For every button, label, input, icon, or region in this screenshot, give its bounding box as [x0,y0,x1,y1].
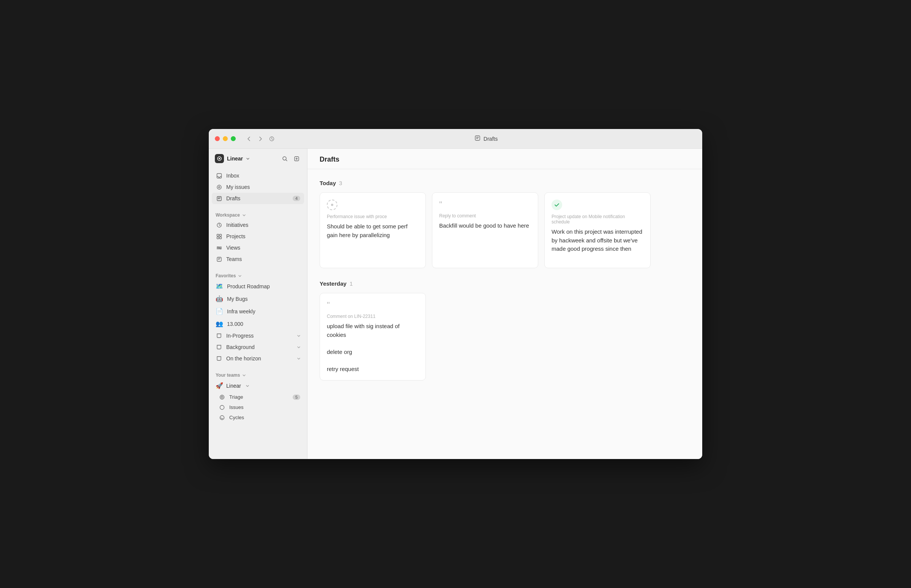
svg-point-15 [217,246,218,247]
main-content: Drafts Today 3 Performance issue with pr… [307,149,702,459]
today-cards-row: Performance issue with proce Should be a… [320,192,690,268]
sidebar-item-linear-team[interactable]: 🚀 Linear [212,380,304,392]
sidebar-item-drafts[interactable]: Drafts 4 [212,193,304,204]
infra-weekly-icon: 📄 [215,308,223,315]
draft-card-3[interactable]: Project update on Mobile notification sc… [544,192,650,268]
cycles-icon [218,415,225,420]
sidebar-item-13000[interactable]: 👥 13.000 [212,318,304,330]
card-1-subtitle: Performance issue with proce [327,214,419,219]
inbox-icon [215,173,222,179]
forward-button[interactable] [256,135,265,143]
background-icon [215,344,222,350]
svg-rect-1 [475,136,480,141]
titlebar-title: Drafts [484,136,498,142]
in-progress-icon [215,333,222,338]
search-button[interactable] [280,154,289,163]
drafts-label: Drafts [226,195,289,202]
titlebar-drafts-icon [474,135,481,142]
sidebar-item-background[interactable]: Background [212,341,304,353]
draft-card-2[interactable]: " Reply to comment Backfill would be goo… [432,192,538,268]
views-icon [215,245,222,251]
svg-rect-13 [217,237,218,239]
card-4-quote-icon: " [327,300,419,310]
card-4-subtitle: Comment on LIN-22311 [327,314,419,319]
infra-weekly-label: Infra weekly [227,309,300,315]
issues-label: Issues [229,404,244,410]
card-2-quote-icon: " [439,200,531,209]
sidebar-item-inbox[interactable]: Inbox [212,170,304,181]
in-progress-label: In-Progress [226,333,293,339]
sidebar-item-teams[interactable]: Teams [212,254,304,265]
workspace-section-header[interactable]: Workspace [212,211,304,219]
on-the-horizon-icon [215,356,222,361]
main-body: Today 3 Performance issue with proce Sho… [307,169,702,459]
background-arrow-icon [296,345,300,349]
your-teams-chevron-icon [242,373,246,377]
triage-badge: 5 [293,394,300,400]
history-button[interactable] [268,135,276,143]
svg-point-7 [217,185,221,189]
projects-icon [215,234,222,239]
sidebar-item-views[interactable]: Views [212,242,304,254]
svg-point-3 [218,158,220,159]
initiatives-icon [215,222,222,228]
titlebar: Drafts [209,129,702,149]
your-teams-section-header[interactable]: Your teams [212,371,304,380]
sidebar-item-infra-weekly[interactable]: 📄 Infra weekly [212,305,304,318]
my-bugs-icon: 🤖 [215,295,223,302]
sidebar-item-on-the-horizon[interactable]: On the horizon [212,353,304,364]
draft-card-4[interactable]: " Comment on LIN-22311 upload file with … [320,293,426,381]
workspace-section-chevron-icon [242,213,246,217]
sidebar-nav: Inbox My issues [209,168,307,206]
nav-buttons [245,135,276,143]
sidebar-item-in-progress[interactable]: In-Progress [212,330,304,341]
in-progress-arrow-icon [296,334,300,338]
sidebar-item-my-issues[interactable]: My issues [212,181,304,193]
maximize-button[interactable] [231,136,236,141]
sidebar-actions [280,154,301,163]
my-issues-label: My issues [226,184,300,190]
sidebar-item-cycles[interactable]: Cycles [212,412,304,423]
favorites-section-header[interactable]: Favorites [212,271,304,280]
minimize-button[interactable] [223,136,228,141]
workspace-icon [215,154,224,163]
svg-point-17 [220,248,221,249]
sidebar-item-triage[interactable]: Triage 5 [212,392,304,402]
product-roadmap-icon: 🗺️ [215,283,223,290]
workspace-chevron-icon [246,157,250,160]
sidebar-item-projects[interactable]: Projects [212,231,304,242]
views-label: Views [226,245,300,251]
on-the-horizon-label: On the horizon [226,355,293,362]
sidebar-item-issues[interactable]: Issues [212,402,304,412]
svg-point-20 [221,396,223,398]
on-the-horizon-arrow-icon [296,357,300,360]
linear-team-label: Linear [226,383,241,389]
svg-rect-14 [219,237,221,239]
workspace-name[interactable]: Linear [215,154,250,163]
main-header: Drafts [307,149,702,169]
product-roadmap-label: Product Roadmap [227,283,300,289]
svg-point-22 [220,415,224,420]
background-label: Background [226,344,293,350]
card-3-status-icon [552,200,562,210]
today-section-header: Today 3 [320,180,690,186]
draft-card-1[interactable]: Performance issue with proce Should be a… [320,192,426,268]
card-3-body: Work on this project was interrupted by … [552,228,643,254]
app-window: Drafts Linear [209,129,702,459]
sidebar-item-initiatives[interactable]: Initiatives [212,219,304,231]
sidebar: Linear [209,149,307,459]
traffic-lights [215,136,236,141]
drafts-badge: 4 [293,196,300,201]
card-1-body: Should be able to get some perf gain her… [327,222,419,239]
sidebar-item-my-bugs[interactable]: 🤖 My Bugs [212,292,304,305]
drafts-icon [215,196,222,202]
sidebar-item-product-roadmap[interactable]: 🗺️ Product Roadmap [212,280,304,292]
back-button[interactable] [245,135,253,143]
teams-label: Teams [226,256,300,262]
today-label: Today [320,180,336,186]
compose-button[interactable] [292,154,301,163]
yesterday-count: 1 [350,280,353,287]
close-button[interactable] [215,136,220,141]
card-2-body: Backfill would be good to have here [439,221,531,230]
workspace-section-label: Workspace [215,212,240,218]
